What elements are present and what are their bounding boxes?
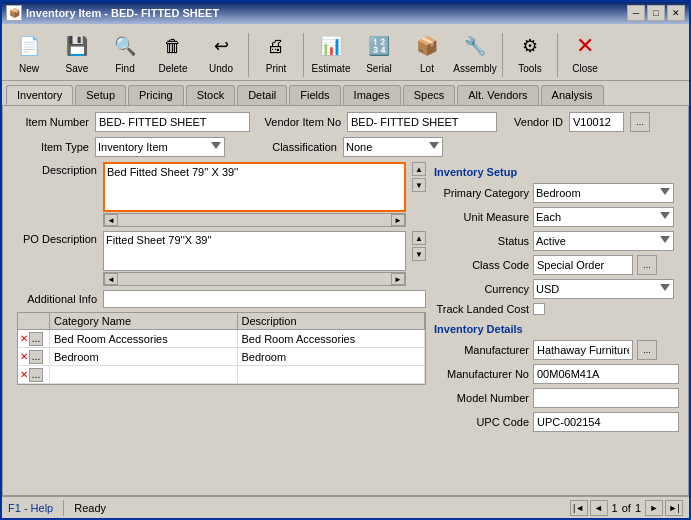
po-scroll-down[interactable]: ▼: [412, 247, 426, 261]
nav-last[interactable]: ►|: [665, 500, 683, 516]
currency-row: Currency USD: [434, 279, 674, 299]
delete-label: Delete: [159, 63, 188, 74]
model-number-input[interactable]: [533, 388, 679, 408]
tab-content: Item Number Vendor Item No Vendor ID ...…: [2, 105, 689, 496]
unit-measure-label: Unit Measure: [434, 211, 529, 223]
currency-select[interactable]: USD: [533, 279, 674, 299]
tab-images[interactable]: Images: [343, 85, 401, 105]
serial-button[interactable]: 🔢 Serial: [356, 27, 402, 77]
scroll-right[interactable]: ►: [391, 214, 405, 226]
row1-browse[interactable]: ...: [29, 332, 43, 346]
save-button[interactable]: 💾 Save: [54, 27, 100, 77]
lot-label: Lot: [420, 63, 434, 74]
new-button[interactable]: 📄 New: [6, 27, 52, 77]
tab-pricing[interactable]: Pricing: [128, 85, 184, 105]
maximize-button[interactable]: □: [647, 5, 665, 21]
delete-icon: 🗑: [157, 30, 189, 62]
unit-measure-select[interactable]: Each: [533, 207, 674, 227]
manufacturer-no-row: Manufacturer No: [434, 364, 674, 384]
tab-fields[interactable]: Fields: [289, 85, 340, 105]
vendor-id-label: Vendor ID: [503, 116, 563, 128]
print-button[interactable]: 🖨 Print: [253, 27, 299, 77]
row1-delete[interactable]: ✕: [20, 333, 28, 344]
tab-setup[interactable]: Setup: [75, 85, 126, 105]
nav-first[interactable]: |◄: [570, 500, 588, 516]
status-select[interactable]: Active: [533, 231, 674, 251]
minimize-button[interactable]: ─: [627, 5, 645, 21]
tab-specs[interactable]: Specs: [403, 85, 456, 105]
scroll-up[interactable]: ▲: [412, 162, 426, 176]
nav-section: |◄ ◄ 1 of 1 ► ►|: [570, 500, 683, 516]
po-scroll-left[interactable]: ◄: [104, 273, 118, 285]
description-header: Description: [238, 313, 426, 329]
print-label: Print: [266, 63, 287, 74]
scroll-left[interactable]: ◄: [104, 214, 118, 226]
lot-button[interactable]: 📦 Lot: [404, 27, 450, 77]
nav-next[interactable]: ►: [645, 500, 663, 516]
class-code-browse[interactable]: ...: [637, 255, 657, 275]
manufacturer-input[interactable]: [533, 340, 633, 360]
item-type-row: Item Type Inventory Item Classification …: [9, 137, 682, 157]
tab-detail[interactable]: Detail: [237, 85, 287, 105]
nav-prev[interactable]: ◄: [590, 500, 608, 516]
po-description-label: PO Description: [17, 231, 97, 245]
close-icon: ✕: [569, 30, 601, 62]
primary-category-select[interactable]: Bedroom: [533, 183, 674, 203]
desc-scrollbar-h[interactable]: ◄ ►: [103, 213, 406, 227]
classification-label: Classification: [257, 141, 337, 153]
main-window: 📦 Inventory Item - BED- FITTED SHEET ─ □…: [0, 0, 691, 520]
tools-button[interactable]: ⚙ Tools: [507, 27, 553, 77]
close-title-button[interactable]: ✕: [667, 5, 685, 21]
item-type-select[interactable]: Inventory Item: [95, 137, 225, 157]
help-text[interactable]: F1 - Help: [8, 502, 53, 514]
description-input[interactable]: Bed Fitted Sheet 79'' X 39'': [103, 162, 406, 212]
close-button[interactable]: ✕ Close: [562, 27, 608, 77]
assembly-button[interactable]: 🔧 Assembly: [452, 27, 498, 77]
tab-inventory[interactable]: Inventory: [6, 85, 73, 105]
po-scrollbar-v: ▲ ▼: [412, 231, 426, 261]
po-scroll-right[interactable]: ►: [391, 273, 405, 285]
tab-stock[interactable]: Stock: [186, 85, 236, 105]
po-scrollbar-h[interactable]: ◄ ►: [103, 272, 406, 286]
ready-section: Ready: [74, 502, 106, 514]
item-number-input[interactable]: [95, 112, 250, 132]
status-label: Status: [434, 235, 529, 247]
item-type-label: Item Type: [9, 141, 89, 153]
window-controls: ─ □ ✕: [627, 5, 685, 21]
class-code-row: Class Code ...: [434, 255, 674, 275]
upc-code-input[interactable]: [533, 412, 679, 432]
po-description-row: PO Description Fitted Sheet 79''X 39'' ◄…: [17, 231, 426, 286]
track-landed-cost-checkbox[interactable]: [533, 303, 545, 315]
po-scroll-up[interactable]: ▲: [412, 231, 426, 245]
manufacturer-browse[interactable]: ...: [637, 340, 657, 360]
class-code-input[interactable]: [533, 255, 633, 275]
find-button[interactable]: 🔍 Find: [102, 27, 148, 77]
assembly-label: Assembly: [453, 63, 496, 74]
vendor-item-no-input[interactable]: [347, 112, 497, 132]
row3-browse[interactable]: ...: [29, 368, 43, 382]
tab-alt-vendors[interactable]: Alt. Vendors: [457, 85, 538, 105]
serial-icon: 🔢: [363, 30, 395, 62]
additional-info-row: Additional Info: [17, 290, 426, 308]
row1-category-name: Bed Room Accessories: [50, 330, 238, 347]
classification-select[interactable]: None: [343, 137, 443, 157]
additional-info-input[interactable]: [103, 290, 426, 308]
track-landed-cost-label: Track Landed Cost: [434, 303, 529, 315]
vendor-id-input[interactable]: [569, 112, 624, 132]
vendor-id-browse[interactable]: ...: [630, 112, 650, 132]
manufacturer-no-input[interactable]: [533, 364, 679, 384]
po-description-input[interactable]: Fitted Sheet 79''X 39'': [103, 231, 406, 271]
delete-button[interactable]: 🗑 Delete: [150, 27, 196, 77]
tab-analysis[interactable]: Analysis: [541, 85, 604, 105]
manufacturer-label: Manufacturer: [434, 344, 529, 356]
scroll-down[interactable]: ▼: [412, 178, 426, 192]
row2-browse[interactable]: ...: [29, 350, 43, 364]
row2-delete[interactable]: ✕: [20, 351, 28, 362]
manufacturer-no-label: Manufacturer No: [434, 368, 529, 380]
undo-button[interactable]: ↩ Undo: [198, 27, 244, 77]
title-bar-left: 📦 Inventory Item - BED- FITTED SHEET: [6, 5, 219, 21]
estimate-button[interactable]: 📊 Estimate: [308, 27, 354, 77]
row3-description: [238, 366, 426, 383]
row3-delete[interactable]: ✕: [20, 369, 28, 380]
table-row: ✕ ... Bedroom Bedroom: [18, 348, 425, 366]
